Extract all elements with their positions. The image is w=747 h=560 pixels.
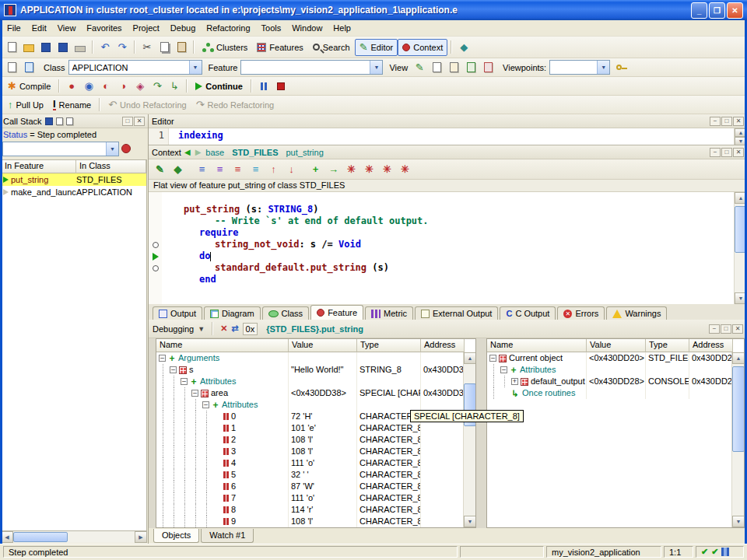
code-line[interactable]: -- Write `s' at end of default output. <box>162 215 734 227</box>
column-header-address[interactable]: Address <box>689 339 733 352</box>
rename-button[interactable]: I Rename <box>48 96 96 114</box>
menu-item-file[interactable]: File <box>2 22 26 34</box>
view-open-file-icon[interactable] <box>462 59 479 76</box>
scroll-down-icon[interactable]: ▼ <box>735 292 747 304</box>
object-tree-row[interactable]: 1101 'e'CHARACTER_8 <box>156 422 475 434</box>
table-vscrollbar[interactable]: ▲▼ <box>731 352 744 527</box>
contract-view-icon[interactable]: ≡ <box>230 161 246 177</box>
menu-item-debug[interactable]: Debug <box>165 22 201 34</box>
feature-combo[interactable]: ▼ <box>240 60 383 75</box>
open-project-icon[interactable] <box>20 39 37 56</box>
close-button[interactable]: ✕ <box>727 2 743 19</box>
editor-body[interactable]: 1 indexing ▲ ▼ <box>149 128 747 145</box>
object-tree-row[interactable]: –s"Hello World!"STRING_80x430DD30 <box>156 364 475 376</box>
debug-restore-icon[interactable]: □ <box>721 324 731 334</box>
compile-button[interactable]: ✱ Compile <box>3 78 55 95</box>
save-stack-icon[interactable] <box>45 117 53 125</box>
scroll-down-icon[interactable]: ▼ <box>464 516 476 527</box>
expander-minus-icon[interactable]: – <box>170 366 177 373</box>
expander-minus-icon[interactable]: – <box>500 366 507 373</box>
column-header-in-feature[interactable]: In Feature <box>2 160 76 173</box>
pause-icon[interactable] <box>255 78 272 95</box>
print-icon[interactable] <box>72 39 89 56</box>
stack-export-icon[interactable] <box>66 117 73 125</box>
undo-refactoring-button[interactable]: ↶ Undo Refactoring <box>103 96 191 114</box>
object-tree-row[interactable]: –+Attributes <box>487 364 744 376</box>
scroll-down-icon[interactable]: ▼ <box>735 137 747 145</box>
breakpoint-slot-icon[interactable] <box>153 242 159 248</box>
column-header-address[interactable]: Address <box>421 339 465 352</box>
object-tree-row[interactable]: –area<0x430DD38>SPECIAL [CHARA...0x430DD… <box>156 387 475 399</box>
melt-icon[interactable]: ● <box>63 78 80 95</box>
search-button[interactable]: Search <box>308 39 355 56</box>
object-tree-row[interactable]: 532 ' 'CHARACTER_8 <box>156 469 475 481</box>
menu-item-tools[interactable]: Tools <box>256 22 287 34</box>
system-info-icon[interactable]: ◆ <box>455 39 472 56</box>
scroll-thumb[interactable] <box>732 366 745 452</box>
object-tree-row[interactable]: 4111 'o'CHARACTER_8 <box>156 457 475 469</box>
context-crumb[interactable]: put_string <box>286 148 323 157</box>
scroll-up-icon[interactable]: ▲ <box>732 352 745 364</box>
code-line[interactable]: standard_default.put_string (s) <box>162 262 734 274</box>
maximize-button[interactable]: ❐ <box>709 2 725 19</box>
bottom-tab-objects[interactable]: Objects <box>153 529 199 543</box>
object-tree-row[interactable]: –+Attributes <box>156 399 475 411</box>
code-vscrollbar[interactable]: ▲ ▼ <box>734 192 747 304</box>
class-combo-arrow[interactable]: ▼ <box>189 61 202 74</box>
menu-item-help[interactable]: Help <box>328 22 356 34</box>
callees-icon[interactable]: ✳ <box>361 161 377 177</box>
column-header-name[interactable]: Name <box>487 339 587 352</box>
flat-view-icon[interactable]: ≡ <box>194 161 210 177</box>
redo-refactoring-button[interactable]: ↷ Redo Refactoring <box>191 96 279 114</box>
freeze-icon[interactable]: ◉ <box>80 78 97 95</box>
viewpoints-combo-arrow[interactable]: ▼ <box>597 61 609 74</box>
column-header-type[interactable]: Type <box>357 339 421 352</box>
expander-minus-icon[interactable]: – <box>159 355 166 362</box>
stack-depth-arrow[interactable]: ▼ <box>106 142 118 156</box>
descendants-icon[interactable]: ↓ <box>283 161 300 177</box>
history-forward-icon[interactable]: ▶ <box>195 148 203 156</box>
context-minimize-icon[interactable]: − <box>710 148 721 157</box>
interface-view-icon[interactable]: ≡ <box>247 161 264 177</box>
view-new-tab-icon[interactable] <box>428 59 445 76</box>
editable-view-icon[interactable]: ✎ <box>152 161 168 177</box>
title-bar[interactable]: APPLICATION in cluster root_cluster loca… <box>0 0 747 20</box>
continue-button[interactable]: Continue <box>191 78 247 95</box>
new-window-icon[interactable] <box>3 39 20 56</box>
tab-metric[interactable]: Metric <box>365 306 413 320</box>
code-line[interactable]: end <box>162 274 734 285</box>
close-debug-icon[interactable]: ✕ <box>220 324 227 334</box>
tab-feature[interactable]: Feature <box>310 305 363 320</box>
hex-toggle[interactable]: 0x <box>243 323 258 335</box>
scroll-up-icon[interactable]: ▲ <box>735 192 747 204</box>
breakpoint-slot-icon[interactable] <box>153 265 159 271</box>
save-all-icon[interactable] <box>54 39 72 56</box>
code-line[interactable]: require <box>162 227 734 239</box>
menu-item-edit[interactable]: Edit <box>26 22 52 34</box>
finalize-icon[interactable]: ◐ <box>97 78 114 95</box>
call-stack-row[interactable]: make_and_launch"APPLICATION <box>2 186 146 198</box>
view-raw-text-icon[interactable] <box>445 59 462 76</box>
clickable-view-icon[interactable]: ≡ <box>212 161 228 177</box>
attributes-icon[interactable]: + <box>307 161 324 177</box>
paste-icon[interactable] <box>173 39 190 56</box>
object-tree-row[interactable]: –+Attributes <box>156 376 475 387</box>
scroll-up-icon[interactable]: ▲ <box>464 352 476 364</box>
editor-restore-icon[interactable]: □ <box>721 117 732 126</box>
pick-and-drop-icon[interactable]: ◆ <box>170 161 186 177</box>
scroll-thumb[interactable] <box>735 206 747 253</box>
object-tree-row[interactable]: 8114 'r'CHARACTER_8 <box>156 504 475 516</box>
stack-depth-icon[interactable] <box>121 144 131 153</box>
minimize-button[interactable]: _ <box>691 2 707 19</box>
copy-icon[interactable] <box>156 39 173 56</box>
clusters-button[interactable]: Clusters <box>198 39 252 56</box>
redo-icon[interactable]: ↷ <box>114 39 131 56</box>
object-tree-row[interactable]: –+Arguments <box>156 352 475 364</box>
tab-output[interactable]: Output <box>153 306 202 320</box>
context-toggle-button[interactable]: Context <box>398 39 447 56</box>
feature-code-view[interactable]: put_string (s: STRING_8)-- Write `s' at … <box>149 192 747 304</box>
object-tree-row[interactable]: 3108 'l'CHARACTER_8 <box>156 446 475 457</box>
tab-diagram[interactable]: Diagram <box>204 306 261 320</box>
panel-close-icon[interactable]: ✕ <box>134 117 145 126</box>
object-tree-row[interactable]: 687 'W'CHARACTER_8 <box>156 481 475 492</box>
